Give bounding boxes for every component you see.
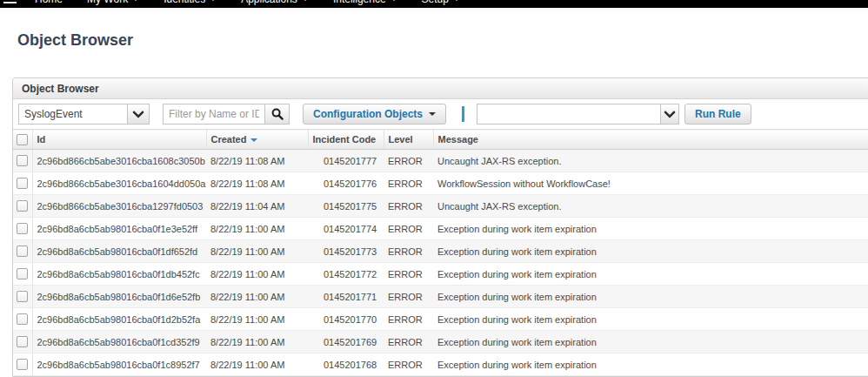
nav-item-setup[interactable]: Setup	[410, 0, 472, 5]
incident-code-cell: 0145201768	[308, 353, 384, 376]
row-checkbox-cell	[13, 308, 32, 331]
created-cell: 8/22/19 11:00 AM	[206, 353, 308, 376]
configuration-objects-label: Configuration Objects	[313, 108, 423, 120]
table-row[interactable]: 2c96bd8a6cb5ab98016cba0f1db452fc8/22/19 …	[13, 263, 868, 286]
nav-item-label: Identities	[164, 0, 205, 5]
row-checkbox[interactable]	[17, 268, 28, 279]
created-cell: 8/22/19 11:08 AM	[206, 150, 308, 172]
select-all-checkbox[interactable]	[17, 134, 28, 145]
created-cell: 8/22/19 11:04 AM	[206, 195, 308, 218]
incident-code-cell: 0145201773	[308, 240, 384, 263]
incident-code-cell: 0145201770	[308, 308, 384, 331]
level-cell: ERROR	[384, 240, 433, 263]
object-type-input[interactable]	[18, 104, 128, 125]
incident-code-cell: 0145201772	[308, 263, 384, 286]
nav-item-identities[interactable]: Identities	[151, 0, 229, 5]
panel-title: Object Browser	[22, 83, 99, 95]
row-checkbox[interactable]	[17, 246, 28, 257]
incident-code-cell: 0145201776	[308, 172, 384, 195]
message-cell: Exception during work item expiration	[433, 218, 868, 240]
row-checkbox[interactable]	[17, 200, 28, 212]
nav-item-applications[interactable]: Applications	[229, 0, 321, 5]
object-browser-panel: Object Browser Configuration Objects	[12, 77, 868, 377]
run-rule-button[interactable]: Run Rule	[684, 104, 751, 125]
table-row[interactable]: 2c96bd866cb5abe3016cba1608c3050b8/22/19 …	[13, 150, 868, 172]
table-row[interactable]: 2c96bd8a6cb5ab98016cba0f1cd352f98/22/19 …	[13, 331, 868, 353]
level-cell: ERROR	[384, 353, 433, 376]
message-cell: Exception during work item expiration	[433, 286, 868, 308]
chevron-down-icon	[132, 106, 144, 118]
row-checkbox[interactable]	[17, 291, 28, 302]
nav-item-label: Setup	[422, 0, 449, 5]
row-checkbox[interactable]	[17, 178, 28, 189]
table-row[interactable]: 2c96bd8a6cb5ab98016cba0f1e3e52ff8/22/19 …	[13, 218, 868, 240]
id-cell: 2c96bd8a6cb5ab98016cba0f1c8952f7	[32, 353, 206, 376]
row-checkbox[interactable]	[17, 336, 28, 347]
table-row[interactable]: 2c96bd866cb5abe3016cba1604dd050a8/22/19 …	[13, 172, 868, 195]
rule-combo	[477, 104, 679, 125]
column-header-message[interactable]: Message	[433, 130, 868, 150]
table-row[interactable]: 2c96bd8a6cb5ab98016cba0f1d2b52fa8/22/19 …	[13, 308, 868, 331]
rule-select-input[interactable]	[477, 104, 661, 125]
column-header-id[interactable]: Id	[32, 130, 206, 150]
search-button[interactable]	[264, 104, 290, 125]
column-header-level[interactable]: Level	[384, 130, 433, 150]
rule-dropdown-button[interactable]	[660, 104, 679, 125]
object-type-combo	[18, 104, 150, 125]
incident-code-cell: 0145201771	[308, 286, 384, 308]
level-cell: ERROR	[384, 218, 433, 240]
id-cell: 2c96bd8a6cb5ab98016cba0f1e3e52ff	[32, 218, 206, 240]
incident-code-cell: 0145201769	[308, 331, 384, 353]
sort-desc-icon	[250, 138, 257, 142]
table-row[interactable]: 2c96bd8a6cb5ab98016cba0f1d6e52fb8/22/19 …	[13, 286, 868, 308]
row-checkbox[interactable]	[17, 155, 28, 166]
nav-item-label: Intelligence	[333, 0, 386, 5]
id-cell: 2c96bd866cb5abe3016cba1608c3050b	[32, 150, 206, 172]
table-row[interactable]: 2c96bd8a6cb5ab98016cba0f1c8952f78/22/19 …	[13, 353, 868, 376]
created-cell: 8/22/19 11:00 AM	[206, 263, 308, 286]
created-cell: 8/22/19 11:08 AM	[206, 172, 308, 195]
incident-code-cell: 0145201775	[308, 195, 384, 218]
column-header-label: Created	[211, 134, 247, 145]
object-type-dropdown-button[interactable]	[127, 104, 150, 125]
id-cell: 2c96bd8a6cb5ab98016cba0f1cd352f9	[32, 331, 206, 353]
created-cell: 8/22/19 11:00 AM	[206, 240, 308, 263]
toolbar: Configuration Objects Run Rule	[13, 99, 868, 129]
top-nav-items: HomeMy WorkIdentitiesApplicationsIntelli…	[0, 0, 868, 8]
message-cell: Exception during work item expiration	[433, 240, 868, 263]
column-header-label: Level	[389, 134, 413, 145]
nav-item-home[interactable]: Home	[23, 0, 75, 5]
table-row[interactable]: 2c96bd8a6cb5ab98016cba0f1df652fd8/22/19 …	[13, 240, 868, 263]
filter-input[interactable]	[163, 104, 265, 125]
row-checkbox-cell	[13, 150, 32, 172]
row-checkbox[interactable]	[17, 359, 28, 370]
chevron-down-icon	[664, 106, 676, 118]
row-checkbox[interactable]	[17, 223, 28, 234]
column-header-label: Incident Code	[313, 134, 377, 145]
table-row[interactable]: 2c96bd866cb5abe3016cba1297fd05038/22/19 …	[13, 195, 868, 218]
hamburger-menu-icon[interactable]	[0, 0, 23, 3]
configuration-objects-button[interactable]: Configuration Objects	[303, 104, 446, 125]
id-cell: 2c96bd8a6cb5ab98016cba0f1df652fd	[32, 240, 206, 263]
id-cell: 2c96bd866cb5abe3016cba1297fd0503	[32, 195, 206, 218]
row-checkbox-cell	[13, 286, 32, 308]
nav-item-my-work[interactable]: My Work	[75, 0, 151, 5]
level-cell: ERROR	[384, 195, 433, 218]
nav-item-intelligence[interactable]: Intelligence	[321, 0, 410, 5]
column-header-incident-code[interactable]: Incident Code	[308, 130, 384, 150]
incident-code-cell: 0145201774	[308, 218, 384, 240]
id-cell: 2c96bd866cb5abe3016cba1604dd050a	[32, 172, 206, 195]
level-cell: ERROR	[384, 263, 433, 286]
row-checkbox-cell	[13, 263, 32, 286]
message-cell: Uncaught JAX-RS exception.	[433, 150, 868, 172]
caret-down-icon	[429, 112, 436, 116]
created-cell: 8/22/19 11:00 AM	[206, 308, 308, 331]
panel-header: Object Browser	[13, 78, 868, 99]
message-cell: Exception during work item expiration	[433, 263, 868, 286]
row-checkbox-cell	[13, 331, 32, 353]
chevron-down-icon	[210, 0, 217, 1]
message-cell: WorkflowSession without WorkflowCase!	[433, 172, 868, 195]
level-cell: ERROR	[384, 331, 433, 353]
row-checkbox[interactable]	[17, 313, 28, 325]
column-header-created[interactable]: Created	[206, 130, 308, 150]
